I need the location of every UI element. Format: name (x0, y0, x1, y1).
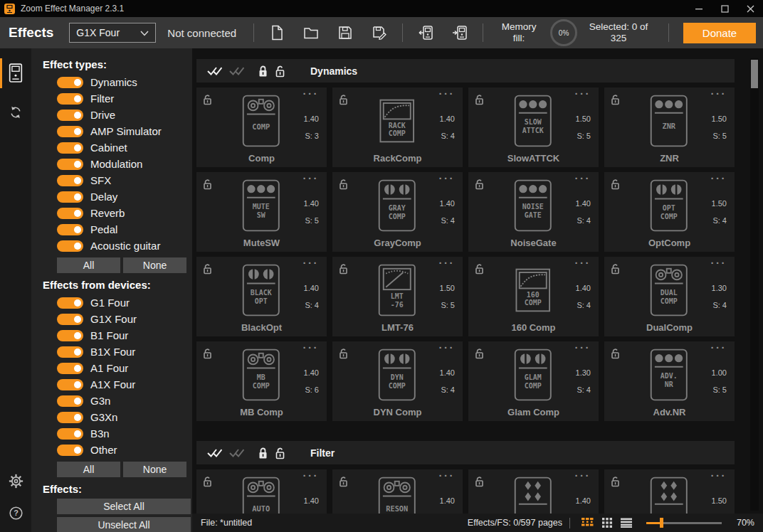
toggle-switch-on[interactable] (57, 208, 83, 219)
unlock-icon[interactable] (339, 263, 348, 275)
vertical-scrollbar[interactable] (750, 58, 759, 511)
card-menu-icon[interactable]: ··· (303, 172, 320, 184)
read-from-device-icon[interactable] (417, 24, 434, 41)
effect-types-none-button[interactable]: None (123, 257, 186, 273)
card-menu-icon[interactable]: ··· (711, 87, 727, 100)
unlock-icon[interactable] (203, 94, 212, 106)
unlock-icon[interactable] (611, 179, 620, 191)
sync-icon[interactable] (0, 101, 31, 124)
unlock-icon[interactable] (203, 263, 212, 275)
toggle-switch-on[interactable] (57, 110, 83, 121)
card-menu-icon[interactable]: ··· (711, 257, 727, 269)
effect-card[interactable]: 160COMP ··· 1.40 S: 4 160 Comp (468, 257, 599, 336)
unlock-icon[interactable] (339, 476, 348, 488)
minimize-button[interactable] (686, 0, 712, 17)
lock-all-icon[interactable] (258, 65, 268, 78)
card-menu-icon[interactable]: ··· (575, 172, 591, 184)
device-selector[interactable]: G1X Four (69, 23, 156, 43)
open-file-icon[interactable] (302, 24, 320, 41)
unlock-all-icon[interactable] (275, 65, 285, 78)
card-menu-icon[interactable]: ··· (575, 87, 591, 100)
settings-gear-icon[interactable] (9, 474, 23, 491)
toggle-switch-on[interactable] (57, 175, 83, 186)
card-menu-icon[interactable]: ··· (439, 257, 456, 269)
compact-grid-view-icon[interactable] (602, 518, 612, 528)
effect-card[interactable]: MUTESW ··· 1.40 S: 5 MuteSW (196, 172, 327, 252)
lock-all-icon[interactable] (258, 447, 268, 459)
card-menu-icon[interactable]: ··· (439, 341, 456, 353)
unlock-icon[interactable] (611, 94, 620, 106)
card-menu-icon[interactable]: ··· (439, 87, 456, 100)
toggle-switch-on[interactable] (57, 297, 83, 309)
toggle-switch-on[interactable] (57, 412, 83, 423)
unlock-icon[interactable] (339, 94, 348, 106)
write-to-device-icon[interactable] (451, 24, 468, 41)
effects-library-icon[interactable] (0, 58, 31, 88)
card-menu-icon[interactable]: ··· (711, 172, 727, 184)
toggle-switch-on[interactable] (57, 93, 83, 105)
effect-card[interactable]: DUALCOMP ··· 1.30 S: 4 DualComp (604, 257, 735, 336)
effect-card[interactable]: MBCOMP ··· 1.40 S: 6 MB Comp (196, 341, 327, 421)
effect-card[interactable]: ADV.NR ··· 1.00 S: 5 Adv.NR (604, 341, 735, 421)
scrollbar-thumb[interactable] (751, 60, 758, 88)
effect-card[interactable]: LMT-76 ··· 1.50 S: 5 LMT-76 (332, 257, 463, 336)
devices-all-button[interactable]: All (57, 462, 120, 477)
toggle-switch-on[interactable] (57, 126, 83, 137)
uncheck-all-icon[interactable] (228, 447, 244, 458)
unlock-icon[interactable] (475, 179, 484, 191)
unselect-all-button[interactable]: Unselect All (57, 517, 191, 532)
effect-card[interactable]: GRAYCOMP ··· 1.40 S: 4 GrayComp (332, 172, 463, 252)
toggle-switch-on[interactable] (57, 314, 83, 325)
check-all-icon[interactable] (206, 447, 222, 458)
toggle-switch-on[interactable] (57, 142, 83, 154)
check-all-icon[interactable] (206, 65, 222, 76)
effect-card[interactable]: BLACKOPT ··· 1.40 S: 4 BlackOpt (196, 257, 327, 336)
unlock-icon[interactable] (203, 476, 212, 488)
help-icon[interactable]: ? (9, 506, 23, 523)
effect-card[interactable]: ZNR ··· 1.50 S: 5 ZNR (604, 87, 735, 167)
list-view-icon[interactable] (621, 518, 632, 528)
toggle-switch-on[interactable] (57, 224, 83, 235)
toggle-switch-on[interactable] (57, 363, 83, 374)
unlock-icon[interactable] (339, 348, 348, 360)
donate-button[interactable]: Donate (683, 23, 756, 43)
uncheck-all-icon[interactable] (228, 65, 244, 76)
unlock-icon[interactable] (475, 263, 484, 275)
effect-card[interactable]: OPTCOMP ··· 1.50 S: 4 OptComp (604, 172, 735, 252)
unlock-icon[interactable] (203, 348, 212, 360)
toggle-switch-on[interactable] (57, 395, 83, 407)
effect-card[interactable]: DYNCOMP ··· 1.40 S: 4 DYN Comp (332, 341, 463, 421)
toggle-switch-on[interactable] (57, 240, 83, 252)
card-menu-icon[interactable]: ··· (439, 172, 456, 184)
toggle-switch-on[interactable] (57, 159, 83, 170)
toggle-switch-on[interactable] (57, 428, 83, 440)
card-menu-icon[interactable]: ··· (439, 469, 456, 482)
zoom-slider[interactable] (646, 518, 722, 528)
card-menu-icon[interactable]: ··· (303, 257, 320, 269)
card-menu-icon[interactable]: ··· (303, 469, 320, 482)
unlock-icon[interactable] (611, 263, 620, 275)
maximize-button[interactable] (712, 0, 737, 17)
card-menu-icon[interactable]: ··· (303, 341, 320, 353)
select-all-button[interactable]: Select All (57, 499, 191, 514)
save-icon[interactable] (337, 24, 354, 41)
effect-card[interactable]: RACKCOMP ··· 1.40 S: 4 RackComp (332, 87, 463, 167)
unlock-icon[interactable] (475, 348, 484, 360)
unlock-icon[interactable] (475, 94, 484, 106)
effect-types-all-button[interactable]: All (57, 257, 120, 273)
card-menu-icon[interactable]: ··· (711, 469, 727, 482)
effect-card[interactable]: COMP ··· 1.40 S: 3 Comp (196, 87, 327, 167)
effect-card[interactable]: GLAMCOMP ··· 1.30 S: 4 Glam Comp (468, 341, 599, 421)
toggle-switch-on[interactable] (57, 191, 83, 203)
effect-card[interactable]: SLOWATTCK ··· 1.50 S: 5 SlowATTCK (468, 87, 599, 167)
unlock-icon[interactable] (611, 476, 620, 488)
unlock-icon[interactable] (611, 348, 620, 360)
devices-none-button[interactable]: None (123, 462, 186, 477)
card-menu-icon[interactable]: ··· (711, 341, 727, 353)
card-menu-icon[interactable]: ··· (575, 341, 591, 353)
card-menu-icon[interactable]: ··· (303, 87, 320, 100)
unlock-icon[interactable] (339, 179, 348, 191)
toggle-switch-on[interactable] (57, 330, 83, 341)
toggle-switch-on[interactable] (57, 346, 83, 358)
unlock-icon[interactable] (203, 179, 212, 191)
